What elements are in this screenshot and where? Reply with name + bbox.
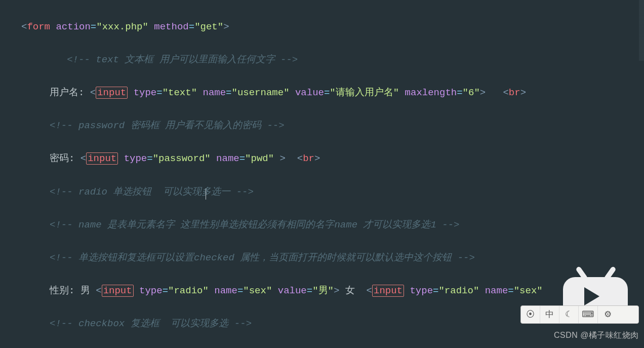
line-comment-radio3: <!-- 单选按钮和复选框可以设置checked 属性，当页面打开的时候就可以默… <box>21 250 644 266</box>
input-tag: input <box>96 87 128 99</box>
line-password: 密码: <input type="password" name="pwd" > … <box>21 150 644 167</box>
ime-moon-icon[interactable]: ☾ <box>559 306 579 323</box>
line-comment-radio1: <!-- radio 单选按钮 可以实现多选一 --> <box>21 184 644 201</box>
code-editor[interactable]: <form action="xxx.php" method="get"> <!-… <box>0 0 644 348</box>
ime-lang-zh[interactable]: 中 <box>540 306 559 323</box>
ime-language-bar[interactable]: ⦿ 中 ☾ ⌨ ⚙ <box>520 305 639 324</box>
text-cursor <box>206 188 206 200</box>
line-comment-text: <!-- text 文本框 用户可以里面输入任何文字 --> <box>21 52 644 68</box>
line-form-open: <form action="xxx.php" method="get"> <box>21 19 644 35</box>
input-tag: input <box>372 285 404 297</box>
ime-toggle-icon[interactable]: ⦿ <box>521 306 540 323</box>
ime-keyboard-icon[interactable]: ⌨ <box>579 306 598 323</box>
line-sex: 性别: 男 <input type="radio" name="sex" val… <box>21 283 644 299</box>
input-tag: input <box>86 152 118 165</box>
minimap[interactable] <box>639 0 644 61</box>
ime-settings-icon[interactable]: ⚙ <box>598 306 617 323</box>
input-tag: input <box>102 285 134 297</box>
csdn-watermark: CSDN @橘子味红烧肉 <box>554 327 639 344</box>
line-username: 用户名: <input type="text" name="username" … <box>21 85 644 101</box>
line-comment-radio2: <!-- name 是表单元素名字 这里性别单选按钮必须有相同的名字name 才… <box>21 217 644 234</box>
line-comment-pwd: <!-- password 密码框 用户看不见输入的密码 --> <box>21 118 644 134</box>
